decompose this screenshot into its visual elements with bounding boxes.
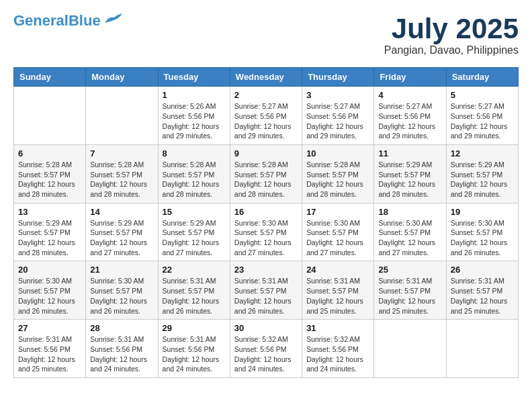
day-number: 24 (306, 265, 369, 275)
day-number: 7 (90, 148, 153, 158)
logo-text: GeneralBlue (13, 13, 101, 28)
logo: GeneralBlue (13, 13, 125, 28)
day-number: 6 (18, 148, 81, 158)
day-info: Sunrise: 5:29 AM Sunset: 5:57 PM Dayligh… (163, 218, 226, 258)
day-info: Sunrise: 5:29 AM Sunset: 5:57 PM Dayligh… (18, 218, 81, 258)
day-info: Sunrise: 5:30 AM Sunset: 5:57 PM Dayligh… (451, 218, 514, 258)
day-number: 26 (451, 265, 514, 275)
calendar-cell: 28Sunrise: 5:31 AM Sunset: 5:56 PM Dayli… (86, 320, 158, 378)
calendar-cell: 14Sunrise: 5:29 AM Sunset: 5:57 PM Dayli… (86, 203, 158, 261)
day-number: 30 (234, 323, 298, 333)
day-info: Sunrise: 5:31 AM Sunset: 5:56 PM Dayligh… (163, 334, 226, 374)
calendar-cell: 30Sunrise: 5:32 AM Sunset: 5:56 PM Dayli… (230, 320, 302, 378)
calendar-cell: 1Sunrise: 5:26 AM Sunset: 5:56 PM Daylig… (158, 87, 230, 145)
page-header: GeneralBlue July 2025 Pangian, Davao, Ph… (13, 13, 519, 56)
day-info: Sunrise: 5:30 AM Sunset: 5:57 PM Dayligh… (234, 218, 298, 258)
day-number: 17 (306, 207, 369, 217)
day-number: 15 (163, 207, 226, 217)
calendar-cell: 5Sunrise: 5:27 AM Sunset: 5:56 PM Daylig… (446, 87, 518, 145)
weekday-header: Monday (86, 68, 158, 87)
calendar-cell: 17Sunrise: 5:30 AM Sunset: 5:57 PM Dayli… (302, 203, 374, 261)
day-number: 2 (234, 90, 298, 100)
calendar-cell: 11Sunrise: 5:29 AM Sunset: 5:57 PM Dayli… (374, 144, 446, 203)
day-number: 10 (306, 148, 369, 158)
day-info: Sunrise: 5:30 AM Sunset: 5:57 PM Dayligh… (378, 218, 441, 258)
day-number: 21 (90, 265, 153, 275)
day-info: Sunrise: 5:27 AM Sunset: 5:56 PM Dayligh… (378, 101, 441, 141)
calendar-week-row: 13Sunrise: 5:29 AM Sunset: 5:57 PM Dayli… (14, 203, 519, 261)
day-number: 1 (163, 90, 226, 100)
day-info: Sunrise: 5:28 AM Sunset: 5:57 PM Dayligh… (306, 160, 369, 199)
calendar-cell: 3Sunrise: 5:27 AM Sunset: 5:56 PM Daylig… (302, 87, 374, 145)
day-number: 8 (163, 148, 226, 158)
calendar-cell: 9Sunrise: 5:28 AM Sunset: 5:57 PM Daylig… (230, 144, 302, 203)
day-info: Sunrise: 5:31 AM Sunset: 5:56 PM Dayligh… (90, 334, 153, 374)
calendar-cell: 12Sunrise: 5:29 AM Sunset: 5:57 PM Dayli… (446, 144, 518, 203)
day-info: Sunrise: 5:31 AM Sunset: 5:57 PM Dayligh… (451, 276, 514, 316)
day-number: 22 (163, 265, 226, 275)
day-info: Sunrise: 5:32 AM Sunset: 5:56 PM Dayligh… (306, 334, 369, 374)
calendar-cell: 8Sunrise: 5:28 AM Sunset: 5:57 PM Daylig… (158, 144, 230, 203)
calendar-cell: 22Sunrise: 5:31 AM Sunset: 5:57 PM Dayli… (158, 261, 230, 320)
calendar-cell: 26Sunrise: 5:31 AM Sunset: 5:57 PM Dayli… (446, 261, 518, 320)
day-info: Sunrise: 5:31 AM Sunset: 5:57 PM Dayligh… (306, 276, 369, 316)
calendar-cell: 10Sunrise: 5:28 AM Sunset: 5:57 PM Dayli… (302, 144, 374, 203)
day-info: Sunrise: 5:28 AM Sunset: 5:57 PM Dayligh… (163, 160, 226, 199)
day-info: Sunrise: 5:29 AM Sunset: 5:57 PM Dayligh… (378, 160, 441, 199)
calendar-cell: 31Sunrise: 5:32 AM Sunset: 5:56 PM Dayli… (302, 320, 374, 378)
calendar-cell: 21Sunrise: 5:30 AM Sunset: 5:57 PM Dayli… (86, 261, 158, 320)
calendar-header-row: SundayMondayTuesdayWednesdayThursdayFrid… (14, 68, 519, 87)
calendar-cell: 18Sunrise: 5:30 AM Sunset: 5:57 PM Dayli… (374, 203, 446, 261)
day-info: Sunrise: 5:28 AM Sunset: 5:57 PM Dayligh… (90, 160, 153, 199)
calendar-cell (14, 87, 86, 145)
day-info: Sunrise: 5:31 AM Sunset: 5:57 PM Dayligh… (234, 276, 298, 316)
day-number: 3 (306, 90, 369, 100)
weekday-header: Saturday (446, 68, 518, 87)
calendar-cell: 15Sunrise: 5:29 AM Sunset: 5:57 PM Dayli… (158, 203, 230, 261)
calendar-cell: 29Sunrise: 5:31 AM Sunset: 5:56 PM Dayli… (158, 320, 230, 378)
day-number: 20 (18, 265, 81, 275)
day-info: Sunrise: 5:32 AM Sunset: 5:56 PM Dayligh… (234, 334, 298, 374)
weekday-header: Friday (374, 68, 446, 87)
calendar-cell: 25Sunrise: 5:31 AM Sunset: 5:57 PM Dayli… (374, 261, 446, 320)
weekday-header: Wednesday (230, 68, 302, 87)
title-area: July 2025 Pangian, Davao, Philippines (384, 13, 519, 56)
day-number: 5 (451, 90, 514, 100)
day-info: Sunrise: 5:27 AM Sunset: 5:56 PM Dayligh… (234, 101, 298, 141)
day-info: Sunrise: 5:30 AM Sunset: 5:57 PM Dayligh… (306, 218, 369, 258)
calendar-week-row: 27Sunrise: 5:31 AM Sunset: 5:56 PM Dayli… (14, 320, 519, 378)
day-number: 19 (451, 207, 514, 217)
day-info: Sunrise: 5:29 AM Sunset: 5:57 PM Dayligh… (451, 160, 514, 199)
day-info: Sunrise: 5:29 AM Sunset: 5:57 PM Dayligh… (90, 218, 153, 258)
day-number: 11 (378, 148, 441, 158)
day-info: Sunrise: 5:28 AM Sunset: 5:57 PM Dayligh… (234, 160, 298, 199)
calendar-cell: 19Sunrise: 5:30 AM Sunset: 5:57 PM Dayli… (446, 203, 518, 261)
calendar-cell: 20Sunrise: 5:30 AM Sunset: 5:57 PM Dayli… (14, 261, 86, 320)
day-number: 12 (451, 148, 514, 158)
calendar-cell: 7Sunrise: 5:28 AM Sunset: 5:57 PM Daylig… (86, 144, 158, 203)
day-number: 13 (18, 207, 81, 217)
calendar-cell (374, 320, 446, 378)
day-info: Sunrise: 5:27 AM Sunset: 5:56 PM Dayligh… (451, 101, 514, 141)
day-info: Sunrise: 5:31 AM Sunset: 5:57 PM Dayligh… (378, 276, 441, 316)
day-info: Sunrise: 5:30 AM Sunset: 5:57 PM Dayligh… (90, 276, 153, 316)
day-number: 28 (90, 323, 153, 333)
day-number: 27 (18, 323, 81, 333)
calendar-cell: 27Sunrise: 5:31 AM Sunset: 5:56 PM Dayli… (14, 320, 86, 378)
day-info: Sunrise: 5:30 AM Sunset: 5:57 PM Dayligh… (18, 276, 81, 316)
day-info: Sunrise: 5:31 AM Sunset: 5:56 PM Dayligh… (18, 334, 81, 374)
location: Pangian, Davao, Philippines (384, 44, 519, 56)
calendar-week-row: 20Sunrise: 5:30 AM Sunset: 5:57 PM Dayli… (14, 261, 519, 320)
calendar-cell: 6Sunrise: 5:28 AM Sunset: 5:57 PM Daylig… (14, 144, 86, 203)
calendar-cell (446, 320, 518, 378)
calendar-cell: 4Sunrise: 5:27 AM Sunset: 5:56 PM Daylig… (374, 87, 446, 145)
calendar-cell: 24Sunrise: 5:31 AM Sunset: 5:57 PM Dayli… (302, 261, 374, 320)
calendar-cell (86, 87, 158, 145)
day-number: 31 (306, 323, 369, 333)
calendar-cell: 16Sunrise: 5:30 AM Sunset: 5:57 PM Dayli… (230, 203, 302, 261)
weekday-header: Sunday (14, 68, 86, 87)
day-number: 25 (378, 265, 441, 275)
day-info: Sunrise: 5:26 AM Sunset: 5:56 PM Dayligh… (163, 101, 226, 141)
day-number: 23 (234, 265, 298, 275)
day-number: 14 (90, 207, 153, 217)
